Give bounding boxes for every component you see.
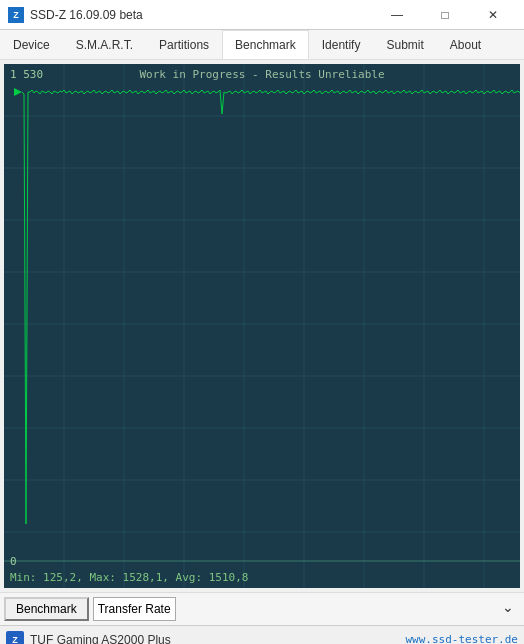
chart-warning-text: Work in Progress - Results Unreliable [4, 68, 520, 81]
benchmark-button[interactable]: Benchmark [4, 597, 89, 621]
menu-bar: Device S.M.A.R.T. Partitions Benchmark I… [0, 30, 524, 60]
menu-item-about[interactable]: About [437, 30, 494, 59]
menu-item-smart[interactable]: S.M.A.R.T. [63, 30, 146, 59]
menu-item-device[interactable]: Device [0, 30, 63, 59]
chart-stats-label: Min: 125,2, Max: 1528,1, Avg: 1510,8 [10, 571, 248, 584]
app-title: SSD-Z 16.09.09 beta [30, 8, 143, 22]
maximize-button[interactable]: □ [422, 0, 468, 30]
bottom-toolbar: Benchmark Transfer Rate IOPS Latency [0, 592, 524, 625]
status-app-icon: Z [6, 631, 24, 645]
status-device-name: TUF Gaming AS2000 Plus [30, 633, 399, 645]
menu-item-identify[interactable]: Identify [309, 30, 374, 59]
chart-y-axis-bottom-label: 0 [10, 555, 17, 568]
menu-item-benchmark[interactable]: Benchmark [222, 30, 309, 59]
status-bar: Z TUF Gaming AS2000 Plus www.ssd-tester.… [0, 625, 524, 644]
close-button[interactable]: ✕ [470, 0, 516, 30]
menu-item-partitions[interactable]: Partitions [146, 30, 222, 59]
transfer-rate-select-wrapper: Transfer Rate IOPS Latency [93, 597, 520, 621]
app-icon: Z [8, 7, 24, 23]
title-bar: Z SSD-Z 16.09.09 beta — □ ✕ [0, 0, 524, 30]
minimize-button[interactable]: — [374, 0, 420, 30]
transfer-rate-select[interactable]: Transfer Rate IOPS Latency [93, 597, 176, 621]
status-website-url: www.ssd-tester.de [405, 633, 518, 644]
window-controls: — □ ✕ [374, 0, 516, 30]
title-bar-left: Z SSD-Z 16.09.09 beta [8, 7, 143, 23]
menu-item-submit[interactable]: Submit [373, 30, 436, 59]
svg-rect-0 [4, 64, 520, 588]
benchmark-chart: 1 530 Work in Progress - Results Unrelia… [4, 64, 520, 588]
chart-svg [4, 64, 520, 588]
